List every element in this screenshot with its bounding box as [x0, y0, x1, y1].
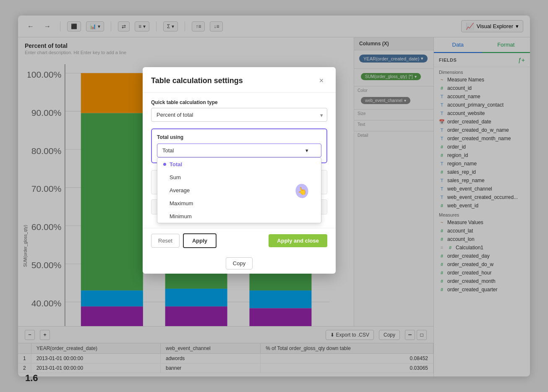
apply-button[interactable]: Apply [183, 233, 217, 248]
dropdown-item-minimum[interactable]: Minimum [157, 210, 321, 223]
dropdown-item-minimum-label: Minimum [170, 213, 192, 220]
modal-close-button[interactable]: × [316, 75, 327, 86]
dropdown-item-maximum-label: Maximum [170, 200, 193, 206]
quick-calc-select[interactable]: Percent of total [151, 108, 327, 122]
total-using-dropdown-menu: Total Sum Average Maximum [157, 157, 321, 223]
apply-close-button[interactable]: Apply and close [269, 234, 327, 247]
dropdown-item-sum-label: Sum [170, 174, 181, 180]
modal-header: Table calculation settings × [143, 67, 336, 93]
total-using-label: Total using [157, 134, 321, 140]
quick-calc-label: Quick table calculation type [151, 99, 327, 105]
dropdown-item-maximum[interactable]: Maximum [157, 197, 321, 210]
copy-calc-button[interactable]: Copy [226, 257, 253, 269]
dropdown-item-sum[interactable]: Sum [157, 171, 321, 184]
modal-footer: Reset Apply Apply and close [143, 228, 336, 253]
total-using-arrow: ▾ [305, 147, 308, 154]
modal-copy-row: Copy [143, 253, 336, 274]
total-using-value: Total [162, 147, 174, 154]
dropdown-item-total[interactable]: Total [157, 158, 321, 171]
dropdown-item-average[interactable]: Average [157, 184, 321, 197]
dropdown-item-average-label: Average [170, 187, 190, 193]
total-using-dropdown-wrapper: Total ▾ Total Sum Average [157, 144, 321, 157]
reset-button[interactable]: Reset [151, 234, 180, 248]
modal-title: Table calculation settings [151, 76, 243, 85]
dropdown-item-total-label: Total [170, 161, 182, 167]
quick-calc-select-wrapper: Percent of total ▾ [151, 108, 327, 122]
total-using-box: Total using Total ▾ Total Sum [151, 128, 327, 163]
total-using-trigger[interactable]: Total ▾ [157, 144, 321, 157]
modal-body: Quick table calculation type Percent of … [143, 93, 336, 228]
table-calculation-modal: Table calculation settings × Quick table… [143, 67, 336, 274]
selected-dot [163, 163, 166, 166]
